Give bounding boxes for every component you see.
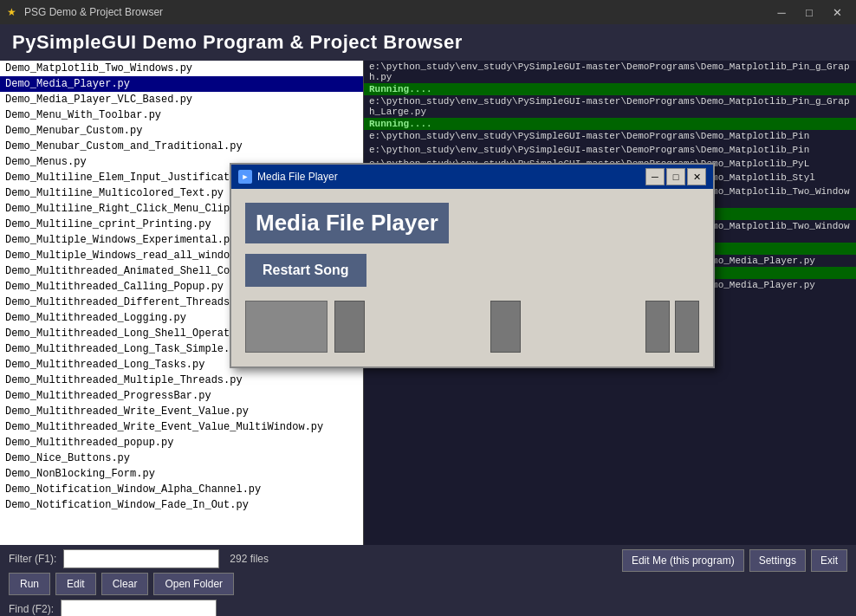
title-bar-controls: ─ □ ✕ (769, 3, 849, 22)
app-header: PySimpleGUI Demo Program & Project Brows… (0, 24, 856, 61)
file-item[interactable]: Demo_Notification_Window_Fade_In_Out.py (0, 497, 363, 513)
modal-maximize-button[interactable]: □ (666, 168, 685, 185)
filter-label: Filter (F1): (9, 553, 56, 565)
find-row: Find (F2): (9, 600, 847, 616)
button-row: Run Edit Clear Open Folder (9, 573, 847, 595)
output-line: e:\python_study\env_study\PySimpleGUI-ma… (364, 95, 856, 118)
file-item[interactable]: Demo_Multithreaded_Multiple_Threads.py (0, 373, 363, 388)
file-item[interactable]: Demo_Matplotlib_Two_Windows.py (0, 61, 363, 76)
file-item[interactable]: Demo_Menu_With_Toolbar.py (0, 107, 363, 123)
modal-heading: Media File Player (245, 203, 449, 243)
run-button[interactable]: Run (9, 573, 50, 595)
file-item[interactable]: Demo_Nice_Buttons.py (0, 451, 363, 466)
clear-button[interactable]: Clear (101, 573, 149, 595)
modal-title-bar: ► Media File Player ─ □ ✕ (231, 165, 713, 189)
open-folder-button[interactable]: Open Folder (153, 573, 234, 595)
output-line: e:\python_study\env_study\PySimpleGUI-ma… (364, 130, 856, 142)
settings-button[interactable]: Settings (749, 549, 806, 572)
file-item[interactable]: Demo_Menubar_Custom.py (0, 123, 363, 139)
media-pause-btn-2[interactable] (675, 301, 699, 353)
modal-minimize-button[interactable]: ─ (645, 168, 665, 185)
restart-song-button[interactable]: Restart Song (245, 254, 366, 287)
modal-body: Media File Player Restart Song (231, 189, 713, 366)
output-line: Running.... (364, 118, 856, 130)
edit-me-button[interactable]: Edit Me (this program) (622, 549, 744, 572)
minimize-button[interactable]: ─ (769, 3, 794, 22)
status-buttons: Edit Me (this program) Settings Exit (622, 549, 847, 572)
file-item[interactable]: Demo_Multithreaded_Write_Event_Value_Mul… (0, 419, 363, 435)
output-line: e:\python_study\env_study\PySimpleGUI-ma… (364, 61, 856, 83)
exit-button[interactable]: Exit (811, 549, 847, 572)
bottom-area: Filter (F1): 292 files Run Edit Clear Op… (0, 545, 856, 616)
file-item[interactable]: Demo_Media_Player.py (0, 76, 363, 92)
file-count: 292 files (230, 553, 269, 565)
file-item[interactable]: Demo_Multithreaded_popup.py (0, 435, 363, 451)
modal-icon: ► (238, 170, 252, 184)
filter-input[interactable] (63, 549, 219, 568)
title-bar-text: PSG Demo & Project Browser (24, 6, 769, 18)
media-pause-btn-1[interactable] (645, 301, 670, 353)
file-item[interactable]: Demo_NonBlocking_Form.py (0, 466, 363, 482)
file-item[interactable]: Demo_Multithreaded_Write_Event_Value.py (0, 404, 363, 419)
modal-title: Media File Player (257, 171, 645, 183)
media-thumbnail (245, 301, 327, 353)
modal-controls: ─ □ ✕ (645, 168, 706, 185)
app-title: PySimpleGUI Demo Program & Project Brows… (12, 31, 463, 53)
app-icon: ★ (7, 6, 19, 18)
file-item[interactable]: Demo_Notification_Window_Alpha_Channel.p… (0, 482, 363, 497)
media-player-modal[interactable]: ► Media File Player ─ □ ✕ Media File Pla… (230, 163, 715, 368)
modal-close-button[interactable]: ✕ (687, 168, 706, 185)
file-item[interactable]: Demo_Multithreaded_ProgressBar.py (0, 388, 363, 404)
maximize-button[interactable]: □ (797, 3, 821, 22)
title-bar: ★ PSG Demo & Project Browser ─ □ ✕ (0, 0, 856, 24)
output-line: e:\python_study\env_study\PySimpleGUI-ma… (364, 144, 856, 156)
close-button[interactable]: ✕ (825, 3, 849, 22)
modal-media-controls (245, 301, 699, 353)
output-line: Running.... (364, 83, 856, 95)
media-control-btn-1[interactable] (334, 301, 365, 353)
media-pause-controls (645, 301, 699, 353)
file-item[interactable]: Demo_Menubar_Custom_and_Traditional.py (0, 139, 363, 154)
find-input[interactable] (61, 600, 217, 616)
edit-button[interactable]: Edit (55, 573, 96, 595)
file-item[interactable]: Demo_Media_Player_VLC_Based.py (0, 92, 363, 107)
media-control-btn-2[interactable] (490, 301, 521, 353)
find-label: Find (F2): (9, 603, 54, 615)
